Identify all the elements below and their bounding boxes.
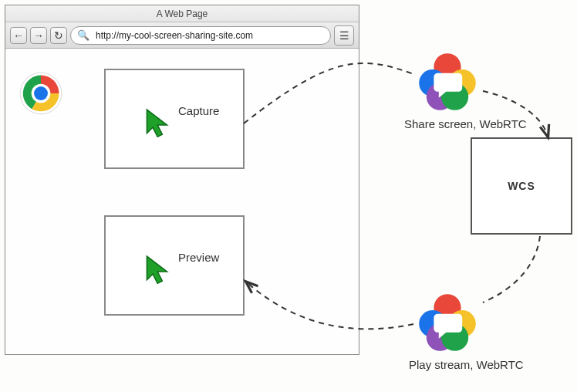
arrow-right-icon: → (33, 29, 44, 42)
url-input[interactable] (94, 29, 324, 42)
browser-title: A Web Page (5, 5, 359, 22)
browser-toolbar: ← → ↻ 🔍 ☰ (5, 22, 359, 49)
wcs-server-box: WCS (471, 137, 572, 235)
hamburger-icon: ☰ (339, 29, 349, 42)
back-button[interactable]: ← (10, 27, 27, 44)
cursor-icon (143, 254, 174, 289)
preview-label: Preview (178, 251, 219, 264)
wcs-label: WCS (508, 180, 535, 192)
share-caption: Share screen, WebRTC (404, 117, 527, 130)
arrow-left-icon: ← (13, 29, 24, 42)
address-bar[interactable]: 🔍 (70, 26, 331, 45)
reload-icon: ↻ (54, 29, 63, 42)
reload-button[interactable]: ↻ (50, 27, 67, 44)
search-icon: 🔍 (77, 29, 89, 41)
menu-button[interactable]: ☰ (334, 25, 354, 46)
browser-window: A Web Page ← → ↻ 🔍 ☰ (5, 5, 359, 355)
preview-frame: Preview (104, 215, 245, 316)
play-caption: Play stream, WebRTC (409, 358, 524, 371)
forward-button[interactable]: → (30, 27, 47, 44)
webrtc-icon (417, 51, 478, 113)
svg-point-2 (34, 86, 48, 100)
webrtc-icon (417, 292, 478, 353)
chrome-icon (19, 72, 62, 115)
cursor-icon (143, 107, 174, 143)
browser-viewport: Capture Preview (5, 49, 359, 354)
capture-label: Capture (178, 104, 219, 117)
capture-frame: Capture (104, 69, 245, 169)
